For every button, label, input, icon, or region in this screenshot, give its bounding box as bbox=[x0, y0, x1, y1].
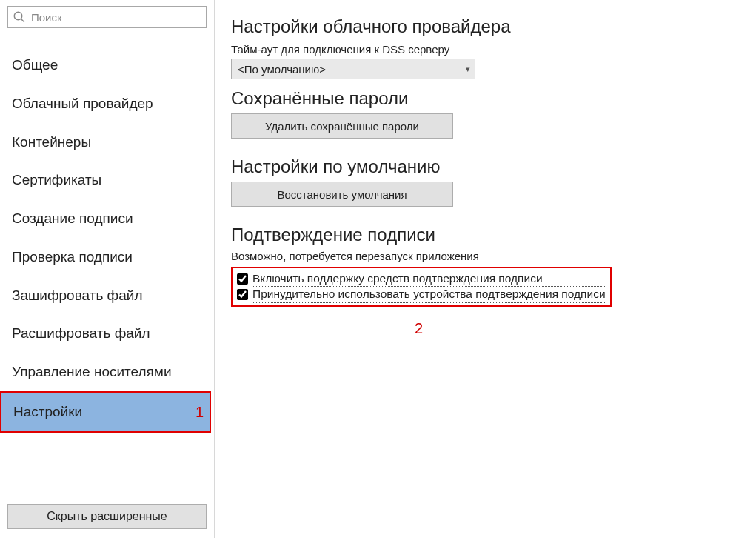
search-icon bbox=[13, 10, 26, 24]
search-container bbox=[0, 0, 214, 31]
sidebar-item-verify-signature[interactable]: Проверка подписи bbox=[0, 238, 214, 276]
timeout-select[interactable]: <По умолчанию> ▾ bbox=[231, 59, 475, 79]
search-box[interactable] bbox=[7, 6, 207, 28]
force-confirmation-row[interactable]: Принудительно использовать устройства по… bbox=[235, 287, 606, 302]
svg-line-1 bbox=[21, 19, 24, 22]
sidebar-item-decrypt-file[interactable]: Расшифровать файл bbox=[0, 314, 214, 353]
sidebar-item-encrypt-file[interactable]: Зашифровать файл bbox=[0, 276, 214, 315]
collapse-advanced-button[interactable]: Скрыть расширенные bbox=[7, 504, 207, 529]
content: 2 Настройки облачного провайдера Тайм-ау… bbox=[215, 0, 756, 538]
sidebar-item-certificates[interactable]: Сертификаты bbox=[0, 161, 214, 199]
delete-saved-passwords-button[interactable]: Удалить сохранённые пароли bbox=[231, 113, 453, 139]
section-defaults-title: Настройки по умолчанию bbox=[231, 156, 741, 177]
section-saved-passwords-title: Сохранённые пароли bbox=[231, 88, 741, 109]
sidebar-item-label: Настройки bbox=[13, 404, 82, 419]
restart-note: Возможно, потребуется перезапуск приложе… bbox=[231, 250, 741, 262]
sidebar-item-media-management[interactable]: Управление носителями bbox=[0, 353, 214, 391]
chevron-down-icon: ▾ bbox=[466, 64, 470, 74]
sidebar-item-settings[interactable]: Настройки 1 bbox=[0, 391, 211, 433]
force-confirmation-checkbox[interactable] bbox=[237, 289, 248, 300]
force-confirmation-label: Принудительно использовать устройства по… bbox=[252, 287, 606, 302]
section-sign-confirmation-title: Подтверждение подписи bbox=[231, 225, 741, 245]
sign-confirmation-group: Включить поддержку средств подтверждения… bbox=[231, 267, 612, 307]
restore-defaults-button[interactable]: Восстановить умолчания bbox=[231, 182, 453, 207]
search-input[interactable] bbox=[30, 7, 206, 27]
enable-confirmation-label: Включить поддержку средств подтверждения… bbox=[252, 271, 543, 287]
sidebar-item-create-signature[interactable]: Создание подписи bbox=[0, 199, 214, 238]
timeout-select-value: <По умолчанию> bbox=[238, 63, 326, 76]
enable-confirmation-checkbox[interactable] bbox=[237, 273, 248, 285]
sidebar-item-containers[interactable]: Контейнеры bbox=[0, 123, 214, 162]
annotation-marker-2: 2 bbox=[415, 320, 423, 337]
svg-point-0 bbox=[14, 12, 22, 20]
sidebar-footer: Скрыть расширенные bbox=[0, 498, 214, 538]
annotation-marker-1: 1 bbox=[195, 402, 204, 421]
nav-list: Общее Облачный провайдер Контейнеры Серт… bbox=[0, 31, 214, 498]
sidebar-item-general[interactable]: Общее bbox=[0, 46, 214, 84]
sidebar: Общее Облачный провайдер Контейнеры Серт… bbox=[0, 0, 215, 538]
timeout-label: Тайм-аут для подключения к DSS серверу bbox=[231, 43, 741, 56]
sidebar-item-cloud-provider[interactable]: Облачный провайдер bbox=[0, 84, 214, 123]
enable-confirmation-row[interactable]: Включить поддержку средств подтверждения… bbox=[235, 271, 606, 287]
section-cloud-provider-title: Настройки облачного провайдера bbox=[231, 16, 741, 37]
